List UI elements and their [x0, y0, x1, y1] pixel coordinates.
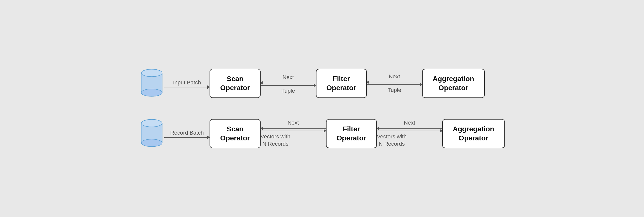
vectors-label-2-2: Vectors withN Records [377, 133, 407, 147]
tuple-label-1-2: Tuple [388, 87, 401, 93]
filter-operator-2: Filter Operator [326, 119, 377, 148]
bidir-arrow-1-1: Next Next Tuple [261, 73, 316, 94]
row-1: Input Batch Scan Operator Next Next [139, 68, 505, 98]
svg-point-10 [141, 139, 162, 147]
scan-operator-1: Scan Operator [210, 69, 260, 98]
next-label-1-1: Next [283, 74, 294, 81]
diagram-container: Input Batch Scan Operator Next Next [119, 53, 525, 164]
next-label-2-1: Next [288, 120, 299, 126]
input-arrow-1: Input Batch [164, 79, 210, 87]
filter-operator-1: Filter Operator [316, 69, 367, 98]
vectors-label-2-1: Vectors withN Records [261, 133, 291, 147]
svg-point-11 [141, 120, 162, 127]
database-cylinder-1 [139, 68, 164, 98]
input-label-2: Record Batch [170, 130, 204, 136]
tuple-label-1-1: Tuple [281, 88, 295, 94]
bidir-arrow-1-2: Next Tuple [367, 73, 422, 93]
input-arrow-2: Record Batch [164, 130, 210, 138]
svg-point-4 [141, 89, 162, 96]
input-arrow-line-2 [164, 137, 210, 138]
database-cylinder-2 [139, 119, 164, 149]
bidir-arrow-2-2: Next Vectors withN Records [377, 120, 442, 147]
bidir-arrow-2-1: Next Vectors withN Records [261, 120, 326, 147]
next-label-1-2: Next [389, 73, 400, 80]
svg-point-5 [141, 69, 162, 77]
aggregation-operator-2: Aggregation Operator [442, 119, 505, 148]
aggregation-operator-1: Aggregation Operator [422, 69, 485, 98]
next-label-2-2: Next [404, 120, 415, 126]
input-arrow-line-1 [164, 87, 210, 87]
scan-operator-2: Scan Operator [210, 119, 260, 148]
row-2: Record Batch Scan Operator Next Vectors … [139, 119, 505, 149]
input-label-1: Input Batch [173, 79, 201, 86]
